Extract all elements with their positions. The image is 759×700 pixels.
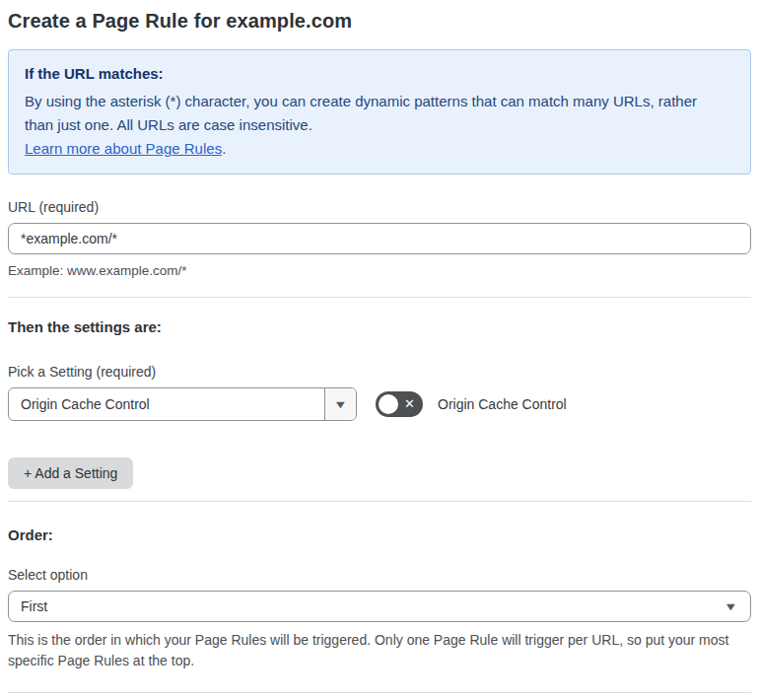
page-rule-form: Create a Page Rule for example.com If th… xyxy=(0,0,759,700)
order-heading: Order: xyxy=(8,526,751,543)
order-help-text: This is the order in which your Page Rul… xyxy=(8,630,751,671)
info-box-body: By using the asterisk (*) character, you… xyxy=(25,90,715,137)
setting-row: Origin Cache Control ▼ ✕ Origin Cache Co… xyxy=(8,387,751,421)
order-select-value: First xyxy=(21,598,47,614)
url-example-text: Example: www.example.com/* xyxy=(8,263,751,278)
page-title: Create a Page Rule for example.com xyxy=(8,10,751,33)
learn-more-link[interactable]: Learn more about Page Rules xyxy=(25,140,222,157)
caret-down-icon: ▼ xyxy=(724,601,738,612)
setting-toggle-label: Origin Cache Control xyxy=(438,396,567,412)
origin-cache-control-toggle[interactable]: ✕ xyxy=(376,391,423,417)
link-period: . xyxy=(222,140,226,157)
toggle-knob xyxy=(379,394,398,414)
info-box-link-row: Learn more about Page Rules. xyxy=(25,137,734,161)
divider xyxy=(8,297,751,298)
setting-select-caret-button[interactable]: ▼ xyxy=(324,388,356,420)
url-input[interactable] xyxy=(8,223,751,254)
info-box-heading: If the URL matches: xyxy=(25,62,734,86)
divider xyxy=(8,501,751,502)
close-icon: ✕ xyxy=(404,397,415,410)
order-select-label: Select option xyxy=(8,567,751,583)
divider xyxy=(8,692,751,693)
caret-down-icon: ▼ xyxy=(333,399,348,410)
settings-heading: Then the settings are: xyxy=(8,318,751,335)
setting-select[interactable]: Origin Cache Control ▼ xyxy=(8,387,357,421)
setting-select-value: Origin Cache Control xyxy=(9,388,324,420)
add-setting-button[interactable]: + Add a Setting xyxy=(8,457,133,489)
order-select[interactable]: First ▼ xyxy=(8,591,751,622)
pick-setting-label: Pick a Setting (required) xyxy=(8,364,751,380)
url-label: URL (required) xyxy=(8,199,751,215)
url-match-info-box: If the URL matches: By using the asteris… xyxy=(8,49,751,175)
